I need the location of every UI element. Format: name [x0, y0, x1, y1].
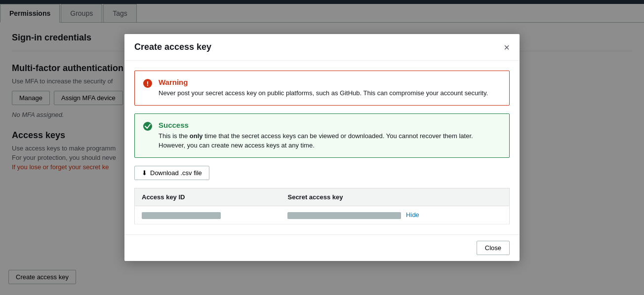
modal-close-button[interactable]: ×	[504, 42, 510, 52]
modal-header: Create access key ×	[124, 34, 520, 61]
modal-overlay: Create access key × ! Warning Never post…	[0, 0, 644, 295]
warning-icon: !	[143, 78, 153, 91]
col-secret-access-key: Secret access key	[281, 188, 509, 206]
modal-footer: Close	[124, 234, 520, 261]
modal-body: ! Warning Never post your secret access …	[124, 61, 520, 234]
success-text-bold: only	[190, 132, 203, 140]
warning-alert: ! Warning Never post your secret access …	[134, 71, 510, 106]
close-button[interactable]: Close	[477, 241, 510, 255]
warning-content: Warning Never post your secret access ke…	[159, 78, 488, 98]
success-title: Success	[159, 121, 501, 129]
svg-point-2	[143, 122, 152, 131]
create-access-key-modal: Create access key × ! Warning Never post…	[124, 34, 520, 260]
warning-title: Warning	[159, 78, 488, 86]
download-icon: ⬇	[142, 169, 147, 177]
table-row: Hide	[135, 206, 510, 224]
secret-access-key-cell: Hide	[281, 206, 509, 224]
success-text-suffix: time that the secret access keys can be …	[159, 132, 473, 149]
access-keys-table: Access key ID Secret access key Hide	[134, 188, 510, 224]
access-key-id-blurred	[142, 212, 221, 219]
success-text: This is the only time that the secret ac…	[159, 131, 501, 150]
success-content: Success This is the only time that the s…	[159, 121, 501, 150]
warning-text: Never post your secret access key on pub…	[159, 88, 488, 98]
hide-link[interactable]: Hide	[406, 211, 419, 219]
table-header-row: Access key ID Secret access key	[135, 188, 510, 206]
col-access-key-id: Access key ID	[135, 188, 281, 206]
svg-text:!: !	[147, 80, 149, 87]
access-key-id-cell	[135, 206, 281, 224]
success-alert: Success This is the only time that the s…	[134, 113, 510, 158]
success-icon	[143, 121, 153, 134]
download-csv-label: Download .csv file	[150, 169, 202, 177]
modal-title: Create access key	[134, 42, 211, 52]
download-csv-button[interactable]: ⬇ Download .csv file	[134, 166, 209, 180]
secret-access-key-blurred	[287, 212, 401, 219]
success-text-prefix: This is the	[159, 132, 190, 140]
